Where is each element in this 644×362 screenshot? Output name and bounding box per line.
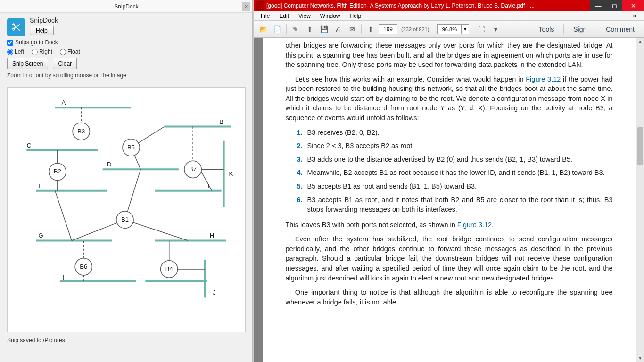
svg-text:B6: B6 [80, 263, 87, 270]
para-2: Let's see how this works with an example… [286, 74, 613, 123]
dock-checkbox-label: Snips go to Dock [15, 39, 58, 46]
pdf-toolbar: 📂 📄 ✎ ⬆ 💾 🖨 ✉ ⬆ (232 of 921) ▼ ⛶ ▾ Tools… [254, 21, 644, 38]
zoom-input[interactable] [438, 26, 461, 32]
export-icon[interactable]: ⬆ [304, 23, 316, 35]
para-4: Even after the system has stabilized, th… [286, 234, 613, 283]
zoom-dropdown-icon[interactable]: ▼ [461, 25, 469, 34]
radio-right[interactable] [32, 49, 38, 55]
snipdock-titlebar[interactable]: SnipDock × [0, 0, 252, 13]
svg-line-19 [125, 220, 188, 240]
snip-screen-button[interactable]: Snip Screen [7, 58, 48, 69]
list-item: Since 2 < 3, B3 accepts B2 as root. [305, 141, 613, 151]
scroll-up-icon[interactable]: ▲ [636, 38, 644, 45]
snipdock-window: SnipDock × SnipDock Help Snips go to Doc… [0, 0, 253, 362]
pdf-window-title: [good] Computer Networks, Fifth Edition-… [266, 2, 590, 9]
pdf-content-area[interactable]: other bridges are forwarding these messa… [254, 38, 644, 362]
dock-checkbox[interactable] [7, 40, 13, 46]
maximize-button[interactable]: ◻ [606, 0, 622, 11]
figure-link[interactable]: Figure 3.12 [457, 221, 492, 229]
app-title: SnipDock [30, 16, 58, 24]
svg-line-17 [55, 190, 72, 240]
close-icon[interactable]: × [242, 2, 250, 11]
print-icon[interactable]: 🖨 [332, 23, 344, 35]
snipdock-logo [7, 18, 25, 36]
scroll-thumb[interactable] [637, 127, 643, 165]
tools-button[interactable]: Tools [532, 25, 561, 33]
list-item: B3 accepts B1 as root, and it notes that… [305, 195, 613, 214]
pdf-reader-window: [good] Computer Networks, Fifth Edition-… [253, 0, 644, 362]
svg-text:B7: B7 [189, 165, 197, 173]
svg-text:A: A [62, 99, 66, 106]
open-icon[interactable]: 📂 [257, 23, 269, 35]
window-close-button[interactable]: ✕ [622, 0, 644, 11]
minimize-button[interactable]: — [590, 0, 606, 11]
pdf-menubar: File Edit View Window Help × [254, 11, 644, 21]
clear-button[interactable]: Clear [53, 58, 77, 69]
snip-preview[interactable]: B3B5B2 B7B1B6 B4 ABC DEF KGH IJ [7, 87, 246, 332]
svg-text:B: B [219, 118, 223, 125]
save-icon[interactable]: 💾 [318, 23, 330, 35]
radio-float[interactable] [60, 49, 66, 55]
menu-view[interactable]: View [294, 13, 315, 19]
steps-list: B3 receives (B2, 0, B2). Since 2 < 3, B3… [305, 128, 613, 214]
fit-icon[interactable]: ⛶ [475, 23, 487, 35]
list-item: B3 receives (B2, 0, B2). [305, 128, 613, 138]
menu-edit[interactable]: Edit [274, 13, 294, 19]
menu-file[interactable]: File [256, 13, 274, 19]
svg-text:B4: B4 [165, 265, 173, 272]
svg-text:B3: B3 [77, 127, 85, 134]
edit-icon[interactable]: ✎ [289, 23, 302, 35]
pdf-titlebar[interactable]: [good] Computer Networks, Fifth Edition-… [254, 0, 644, 11]
sign-button[interactable]: Sign [567, 25, 593, 33]
page-count: (232 of 921) [399, 26, 431, 32]
svg-text:D: D [107, 161, 111, 168]
svg-text:G: G [38, 232, 43, 239]
scrollbar[interactable]: ▲ ▼ [636, 38, 644, 362]
para-5: One important thing to notice is that al… [286, 288, 613, 307]
svg-text:B2: B2 [54, 168, 61, 175]
zoom-control[interactable]: ▼ [437, 24, 469, 34]
radio-left[interactable] [7, 49, 13, 55]
page-input[interactable] [379, 24, 397, 34]
email-icon[interactable]: ✉ [346, 23, 358, 35]
svg-text:E: E [39, 182, 43, 189]
create-pdf-icon[interactable]: 📄 [271, 23, 283, 35]
menubar-close-icon[interactable]: × [628, 12, 641, 20]
svg-text:B5: B5 [127, 144, 135, 151]
help-button[interactable]: Help [30, 26, 54, 35]
scroll-down-icon[interactable]: ▼ [636, 354, 644, 362]
svg-text:J: J [213, 289, 216, 296]
more-icon[interactable]: ▾ [489, 23, 502, 35]
pdf-app-icon [256, 1, 264, 10]
svg-text:K: K [229, 170, 233, 177]
list-item: B3 adds one to the distance advertised b… [305, 155, 613, 165]
scissors-icon [10, 22, 22, 33]
figure-link[interactable]: Figure 3.12 [526, 75, 561, 83]
svg-text:H: H [210, 232, 214, 239]
list-item: B5 accepts B1 as root and sends (B1, 1, … [305, 181, 613, 191]
zoom-hint: Zoom in or out by scrolling mouse on the… [7, 72, 246, 80]
snipdock-title: SnipDock [114, 3, 138, 10]
menu-help[interactable]: Help [345, 13, 366, 19]
list-item: Meanwhile, B2 accepts B1 as root because… [305, 168, 613, 178]
svg-text:F: F [207, 182, 211, 189]
svg-text:B1: B1 [121, 216, 129, 223]
menu-window[interactable]: Window [315, 13, 345, 19]
pdf-page: other bridges are forwarding these messa… [263, 38, 636, 362]
para-3: This leaves B3 with both ports not selec… [286, 220, 613, 230]
svg-text:I: I [63, 274, 65, 281]
page-up-icon[interactable]: ⬆ [364, 23, 377, 35]
svg-text:C: C [27, 142, 31, 149]
para-1: other bridges are forwarding these messa… [286, 41, 613, 70]
status-text: Snip saved to /Pictures [0, 332, 252, 348]
comment-button[interactable]: Comment [599, 25, 641, 33]
